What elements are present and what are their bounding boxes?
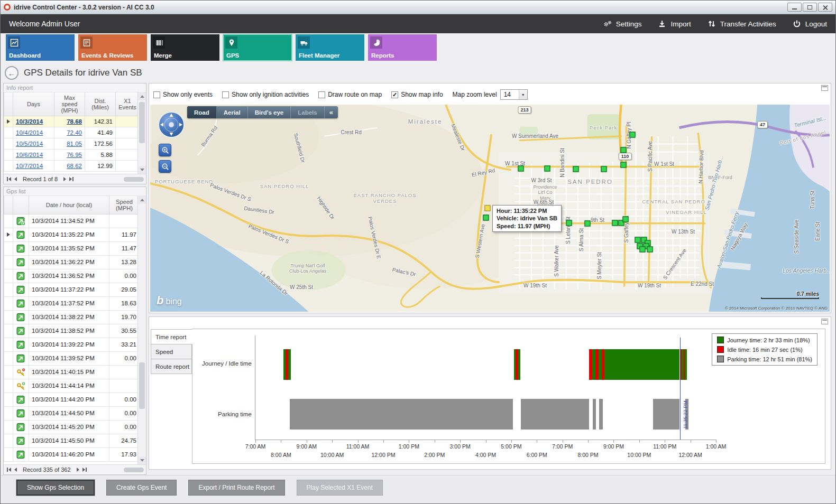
map-view-labels[interactable]: Labels [291, 106, 324, 118]
gps-marker[interactable] [630, 132, 636, 138]
gps-list-row[interactable]: 10/3/2014 11:45:20 PM0.00 [4, 420, 140, 434]
info-report-row[interactable]: 10/7/201468.6212.99 [4, 160, 140, 171]
max-speed-link[interactable]: 81.05 [67, 141, 82, 147]
gps-list-row[interactable]: 10/3/2014 11:45:50 PM24.75 [4, 434, 140, 447]
info-report-row[interactable]: 10/6/201476.955.88 [4, 149, 140, 160]
map-canvas[interactable]: MiralestePeck ParkW Summerland AveCrest … [150, 105, 830, 312]
gps-pager-hscroll-thumb[interactable] [124, 468, 144, 472]
map-zoom-out-button[interactable] [159, 160, 171, 173]
show-gps-selection-button[interactable]: Show Gps Selection [16, 480, 95, 496]
scroll-down-icon[interactable] [138, 166, 146, 174]
map-compass-control[interactable] [158, 111, 185, 141]
gps-list-row[interactable]: 10/3/2014 11:38:52 PM30.55 [4, 324, 140, 338]
info-pager-prev-button[interactable] [14, 177, 17, 181]
column-header-max-speed-mph[interactable]: Max speed (MPH) [54, 92, 85, 116]
gps-list-row[interactable]: 10/3/2014 11:37:52 PM18.63 [4, 296, 140, 310]
gps-marker[interactable] [573, 166, 579, 172]
gps-marker[interactable] [612, 220, 618, 226]
column-header-days[interactable]: Days [13, 92, 54, 116]
map-view-road[interactable]: Road [187, 106, 217, 118]
header-action-logout[interactable]: Logout [792, 20, 827, 28]
gps-list-row[interactable]: 10/3/2014 11:37:22 PM29.05 [4, 283, 140, 296]
header-action-transfer-activities[interactable]: Transfer Activities [707, 20, 776, 28]
map-viewbar-collapse-button[interactable]: « [325, 106, 338, 118]
header-action-import[interactable]: Import [657, 20, 691, 28]
gps-list-row[interactable]: 10/3/2014 11:46:20 PM17.93 [4, 447, 140, 461]
nav-tile-merge[interactable]: Merge [151, 34, 219, 61]
scroll-down-icon[interactable] [138, 456, 146, 464]
play-selected-x1-event-button[interactable]: Play Selected X1 Event [297, 480, 383, 496]
map-view-bird-s-eye[interactable]: Bird's eye [248, 106, 291, 118]
gps-list-row[interactable]: 10/3/2014 11:44:20 PM0.00 [4, 393, 140, 406]
column-header-x1-events[interactable]: X1 Events [116, 92, 140, 116]
export-print-route-report-button[interactable]: Export / Print Route Report [188, 480, 284, 496]
gps-pager-next-button[interactable] [76, 468, 80, 472]
gps-list-row[interactable]: 10/3/2014 11:39:52 PM0.00 [4, 351, 140, 365]
gps-list-row[interactable]: 10/3/2014 11:34:52 PM [4, 214, 140, 228]
day-link[interactable]: 10/4/2014 [16, 129, 43, 136]
gps-marker[interactable] [601, 166, 607, 172]
back-button[interactable]: ← [5, 66, 19, 80]
checkbox-show-only-events[interactable]: Show only events [153, 91, 213, 98]
gps-list-row[interactable]: 10/3/2014 11:36:52 PM0.00 [4, 269, 140, 283]
chart-panel-collapse-icon[interactable] [821, 319, 828, 324]
gps-pager-first-button[interactable] [6, 468, 12, 472]
gps-list-row[interactable]: 10/3/2014 11:35:22 PM11.97 [4, 228, 140, 241]
info-report-row[interactable]: 10/5/201481.05172.56 [4, 138, 140, 149]
nav-tile-reports[interactable]: Reports [368, 34, 437, 61]
info-report-row[interactable]: 10/4/201472.4041.49 [4, 127, 140, 138]
day-link[interactable]: 10/5/2014 [16, 141, 43, 147]
gps-list-row[interactable]: 10/3/2014 11:38:22 PM19.70 [4, 310, 140, 324]
checkbox-show-map-info[interactable]: ✓Show map info [391, 91, 443, 98]
map-zoom-in-button[interactable] [159, 144, 171, 156]
gps-marker[interactable] [635, 237, 641, 243]
maximize-button[interactable] [803, 3, 817, 12]
checkbox-show-only-ignition-activities[interactable]: Show only ignition activities [222, 91, 309, 98]
gps-list-row[interactable]: 10/3/2014 11:40:15 PM [4, 365, 140, 379]
scrollbar-thumb[interactable] [139, 102, 145, 143]
day-link[interactable]: 10/3/2014 [16, 118, 43, 125]
create-gps-event-button[interactable]: Create Gps Event [106, 480, 177, 496]
scrollbar-thumb[interactable] [139, 362, 145, 409]
gps-list-row[interactable]: 10/3/2014 11:35:52 PM11.47 [4, 241, 140, 255]
column-header-date-hour-local[interactable]: Date / hour (local) [29, 196, 109, 214]
gps-marker[interactable] [621, 162, 627, 168]
header-action-settings[interactable]: Settings [603, 20, 642, 28]
gps-list-row[interactable]: 10/3/2014 11:44:50 PM0.00 [4, 406, 140, 420]
info-pager-first-button[interactable] [6, 177, 12, 181]
scroll-up-icon[interactable] [138, 196, 146, 204]
info-pager-next-button[interactable] [63, 177, 67, 181]
close-button[interactable] [818, 3, 832, 12]
max-speed-link[interactable]: 72.40 [67, 129, 82, 136]
map-zoom-select[interactable]: 14 ▼ [500, 89, 528, 100]
gps-marker[interactable] [647, 247, 653, 253]
gps-marker[interactable] [483, 215, 489, 221]
max-speed-link[interactable]: 78.68 [67, 118, 82, 125]
tab-time-report[interactable]: Time report [151, 329, 192, 344]
gps-marker[interactable] [518, 166, 524, 172]
tab-route-report[interactable]: Route report [151, 359, 192, 374]
gps-list-row[interactable]: 10/3/2014 11:36:22 PM13.28 [4, 255, 140, 269]
info-pager-last-button[interactable] [69, 177, 75, 181]
column-header-dist-miles[interactable]: Dist. (Miles) [85, 92, 116, 116]
gps-pager-last-button[interactable] [82, 468, 88, 472]
max-speed-link[interactable]: 68.62 [67, 163, 82, 169]
day-link[interactable]: 10/7/2014 [16, 163, 43, 169]
day-link[interactable]: 10/6/2014 [16, 152, 43, 158]
map-panel-collapse-icon[interactable] [821, 85, 828, 91]
gps-list-row[interactable]: 10/3/2014 11:39:22 PM33.21 [4, 338, 140, 351]
column-header-speed-mph[interactable]: Speed (MPH) [109, 196, 140, 214]
nav-tile-fleet-manager[interactable]: Fleet Manager [296, 34, 364, 61]
gps-marker[interactable] [621, 147, 627, 153]
gps-marker[interactable] [566, 220, 572, 226]
checkbox-draw-route-on-map[interactable]: Draw route on map [318, 91, 382, 98]
info-pager-hscroll-thumb[interactable] [124, 177, 144, 182]
map-view-aerial[interactable]: Aerial [217, 106, 248, 118]
gps-pager-prev-button[interactable] [14, 468, 17, 472]
gps-marker[interactable] [623, 217, 629, 222]
selected-gps-marker[interactable] [485, 206, 491, 211]
gps-marker[interactable] [640, 247, 646, 253]
nav-tile-gps[interactable]: GPS [223, 34, 292, 61]
gps-marker[interactable] [545, 166, 550, 172]
tab-speed-graphic[interactable]: Speed graphic [151, 344, 192, 359]
